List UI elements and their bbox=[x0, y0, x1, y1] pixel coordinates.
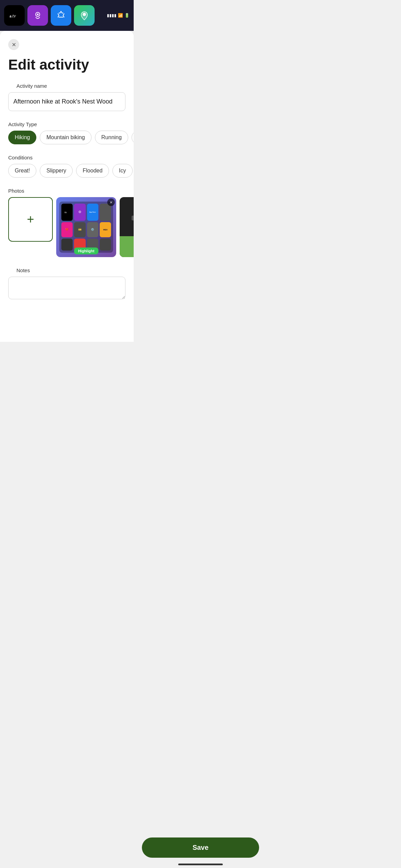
mini-maps-icon bbox=[100, 204, 111, 220]
add-icon: + bbox=[27, 212, 34, 227]
highlight-badge: Highlight bbox=[74, 248, 99, 254]
conditions-chips: Great! Slippery Flooded Icy Fee Pri bbox=[0, 164, 134, 178]
notes-input[interactable] bbox=[8, 277, 125, 299]
mini-extra-1 bbox=[61, 239, 73, 251]
maps-icon bbox=[74, 5, 95, 26]
app-store-icon bbox=[51, 5, 71, 26]
mini-health-icon: ❤️ bbox=[61, 222, 73, 237]
chip-great[interactable]: Great! bbox=[8, 164, 36, 178]
activity-name-label: Activity name bbox=[8, 83, 125, 89]
notes-section: Notes bbox=[0, 267, 134, 301]
phone-app-grid: TV App Store ❤️ 💳 ⚙️ IKEA bbox=[59, 202, 113, 253]
mini-extra-4 bbox=[100, 239, 111, 251]
mini-appstore-icon: App Store bbox=[87, 204, 98, 220]
close-icon: ✕ bbox=[12, 41, 16, 48]
photos-section: Photos + TV bbox=[0, 188, 134, 257]
notes-label: Notes bbox=[8, 267, 125, 273]
activity-name-section bbox=[0, 92, 134, 111]
mini-wallet-icon: 💳 bbox=[74, 222, 85, 237]
mini-ikea-icon: IKEA bbox=[100, 222, 111, 237]
conditions-section: Conditions Great! Slippery Flooded Icy F… bbox=[0, 155, 134, 178]
svg-text:TV: TV bbox=[64, 212, 67, 214]
status-icons: ▮▮▮▮ 📶 🔋 bbox=[107, 13, 130, 18]
svg-point-7 bbox=[80, 212, 80, 212]
photos-grid: + TV App Store bbox=[0, 197, 134, 257]
photo-phone-content: TV App Store ❤️ 💳 ⚙️ IKEA bbox=[56, 197, 116, 257]
activity-type-chips: Hiking Mountain biking Running Road biki… bbox=[0, 131, 134, 144]
activity-name-section-label-wrap: Activity name bbox=[0, 83, 134, 89]
chip-slippery[interactable]: Slippery bbox=[40, 164, 73, 178]
mini-tv-icon: TV bbox=[61, 204, 73, 220]
apple-tv-icon: a tv bbox=[4, 5, 25, 26]
podcasts-icon bbox=[27, 5, 48, 26]
photo-keyboard-thumb: ? Shift Ctrl bbox=[120, 197, 134, 257]
activity-name-input[interactable] bbox=[8, 92, 125, 111]
photo-green-cloth bbox=[120, 236, 134, 257]
chip-running[interactable]: Running bbox=[95, 131, 129, 144]
activity-type-label: Activity Type bbox=[0, 121, 134, 127]
chip-flooded[interactable]: Flooded bbox=[76, 164, 109, 178]
mini-settings-icon: ⚙️ bbox=[87, 222, 98, 237]
page-title: Edit activity bbox=[8, 57, 125, 73]
chip-mountain-biking[interactable]: Mountain biking bbox=[40, 131, 91, 144]
activity-type-section: Activity Type Hiking Mountain biking Run… bbox=[0, 121, 134, 144]
modal-header: ✕ Edit activity bbox=[0, 31, 134, 73]
modal-sheet: ✕ Edit activity Activity name Activity T… bbox=[0, 31, 134, 342]
kb-row-1: ? Shift bbox=[132, 216, 134, 220]
kb-key bbox=[132, 216, 134, 220]
svg-text:tv: tv bbox=[12, 13, 16, 19]
add-photo-button[interactable]: + bbox=[8, 197, 53, 242]
conditions-label: Conditions bbox=[0, 155, 134, 160]
photos-label: Photos bbox=[0, 188, 134, 194]
status-bar: a tv ▮▮▮▮ 📶 🔋 bbox=[0, 0, 134, 31]
chip-hiking[interactable]: Hiking bbox=[8, 131, 36, 144]
chip-road-biking[interactable]: Road biking bbox=[132, 131, 134, 144]
svg-text:a: a bbox=[10, 14, 12, 18]
close-button[interactable]: ✕ bbox=[8, 39, 19, 50]
svg-point-3 bbox=[37, 14, 39, 15]
photo-phone-thumb: TV App Store ❤️ 💳 ⚙️ IKEA bbox=[56, 197, 116, 257]
mini-podcasts-icon bbox=[74, 204, 85, 220]
chip-icy[interactable]: Icy bbox=[112, 164, 132, 178]
